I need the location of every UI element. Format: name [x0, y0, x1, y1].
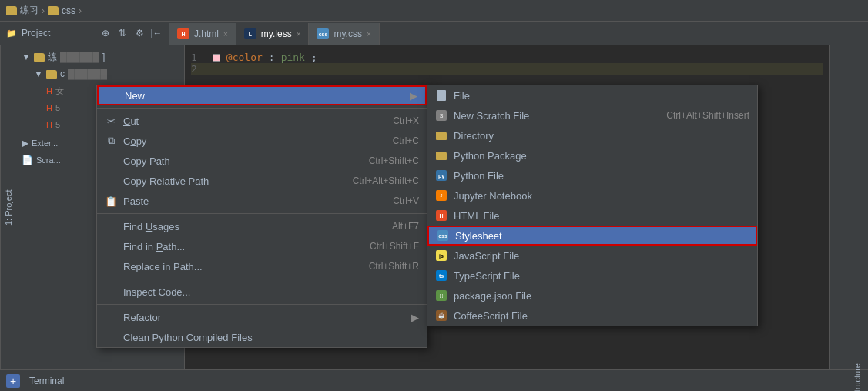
tab-label-myless: my.less — [261, 28, 292, 39]
ctx-sep-1 — [97, 108, 427, 109]
tree-blurred-css: ██████ — [68, 69, 107, 79]
ctx-shortcut-paste: Ctrl+V — [393, 196, 419, 206]
tree-label-file3: 5 — [55, 120, 60, 129]
ctx-item-find-path[interactable]: Find in Path... Ctrl+Shift+F — [97, 236, 427, 256]
ctx-sub-label-python-pkg: Python Package — [454, 150, 527, 162]
ctx-sub-label-file: File — [454, 90, 470, 102]
find-path-icon — [105, 240, 117, 252]
tab-close-mycss[interactable]: × — [367, 30, 371, 38]
tree-item-css[interactable]: ▼ c ██████ — [28, 65, 184, 82]
ctx-label-cut: Cut — [123, 115, 139, 127]
ctx-item-refactor[interactable]: Refactor ▶ — [97, 307, 427, 327]
vertical-project-label[interactable]: 1: Project — [0, 45, 15, 369]
ctx-sep-3 — [97, 279, 427, 279]
ctx-shortcut-copy: Ctrl+C — [393, 135, 419, 146]
directory-icon — [435, 129, 447, 142]
ctx-arrow-new: ▶ — [410, 90, 417, 102]
tab-close-jhtml[interactable]: × — [223, 30, 228, 38]
bottom-tab-terminal[interactable]: Terminal — [29, 376, 64, 386]
tab-jhtml[interactable]: H J.html × — [169, 23, 236, 45]
ctx-sub-json[interactable]: { } package.json File — [427, 286, 757, 306]
folder-icon-2 — [48, 6, 59, 15]
ctx-sub-label-stylesheet: Stylesheet — [455, 230, 502, 242]
ctx-label-find-usages: Find Usages — [123, 221, 179, 232]
jupyter-icon: J — [435, 189, 447, 202]
ctx-item-find-usages[interactable]: Find Usages Alt+F7 — [97, 216, 427, 236]
context-menu-right: File S New Scratch File Ctrl+Alt+Shift+I… — [427, 85, 758, 326]
ctx-sub-scratch[interactable]: S New Scratch File Ctrl+Alt+Shift+Insert — [427, 105, 757, 125]
ctx-item-copy-path[interactable]: Copy Path Ctrl+Shift+C — [97, 151, 427, 171]
ctx-item-paste[interactable]: 📋 Paste Ctrl+V — [97, 191, 427, 211]
ctx-item-cut[interactable]: ✂ Cut Ctrl+X — [97, 111, 427, 131]
ctx-item-replace-path[interactable]: Replace in Path... Ctrl+Shift+R — [97, 256, 427, 276]
tree-label-root: 练 — [48, 51, 57, 64]
sidebar-icon-4[interactable]: |← — [150, 27, 163, 39]
ctx-sub-coffee[interactable]: ☕ CoffeeScript File — [427, 306, 757, 326]
replace-path-icon — [105, 260, 117, 272]
sidebar-icon-3[interactable]: ⚙ — [133, 27, 146, 39]
breadcrumb: 练习 › css › — [0, 0, 868, 22]
code-colon: : — [269, 52, 275, 63]
ctx-item-new[interactable]: New ▶ — [97, 85, 427, 105]
code-value: pink — [281, 52, 305, 63]
ctx-sub-shortcut-scratch: Ctrl+Alt+Shift+Insert — [666, 110, 749, 121]
ctx-shortcut-copy-rel: Ctrl+Alt+Shift+C — [353, 175, 419, 186]
folder-icon — [6, 6, 17, 15]
ctx-sub-js[interactable]: js JavaScript File — [427, 246, 757, 266]
ctx-shortcut-find-usages: Alt+F7 — [392, 221, 419, 232]
ctx-sub-label-jupyter: Jupyter Notebook — [454, 190, 532, 202]
ctx-sub-stylesheet[interactable]: css Stylesheet — [427, 226, 757, 246]
ctx-sub-label-html: HTML File — [454, 210, 499, 222]
ctx-sub-python-file[interactable]: py Python File — [427, 165, 757, 185]
ctx-sub-label-directory: Directory — [454, 130, 494, 142]
context-menu-left: New ▶ ✂ Cut Ctrl+X ⧉ Copy Ctrl+C Copy Pa… — [96, 85, 427, 348]
copy-icon: ⧉ — [105, 135, 117, 147]
tab-label-mycss: my.css — [333, 28, 361, 39]
find-usages-icon — [105, 220, 117, 232]
ctx-sub-python-pkg[interactable]: Python Package — [427, 145, 757, 165]
ctx-sub-html[interactable]: H HTML File — [427, 206, 757, 226]
ctx-sub-ts[interactable]: ts TypeScript File — [427, 266, 757, 286]
js-icon: js — [435, 249, 447, 262]
json-icon: { } — [435, 289, 447, 302]
ctx-sub-file[interactable]: File — [427, 85, 757, 105]
coffee-icon: ☕ — [435, 309, 447, 322]
tree-folder-icon — [34, 53, 45, 62]
breadcrumb-sep-2: › — [79, 5, 82, 16]
ctx-sub-label-scratch: New Scratch File — [454, 110, 529, 122]
structure-label[interactable]: Structure — [853, 363, 862, 391]
ctx-sub-label-js: JavaScript File — [454, 250, 519, 262]
ctx-sub-label-json: package.json File — [454, 290, 531, 302]
ctx-item-clean[interactable]: Clean Python Compiled Files — [97, 327, 427, 347]
html-icon-file3: H — [46, 120, 52, 129]
tab-mycss[interactable]: css my.css × — [309, 23, 379, 45]
tree-item-root[interactable]: ▼ 练 ██████ ] — [15, 48, 184, 65]
ctx-sub-directory[interactable]: Directory — [427, 125, 757, 145]
paste-icon: 📋 — [105, 195, 117, 207]
ctx-shortcut-copy-path: Ctrl+Shift+C — [369, 155, 419, 166]
code-at-color: @color — [226, 52, 263, 63]
file-icon — [435, 89, 447, 102]
editor-line-1: 1 @color : pink ; — [191, 52, 823, 63]
chevron-icon: ▼ — [34, 69, 43, 79]
tab-close-myless[interactable]: × — [297, 30, 301, 38]
tab-myless[interactable]: L my.less × — [236, 23, 310, 45]
editor-line-2: 2 — [191, 63, 823, 75]
add-terminal-button[interactable]: + — [6, 374, 20, 388]
html-icon: H — [435, 209, 447, 222]
sidebar-icon-1[interactable]: ⊕ — [99, 27, 112, 39]
ctx-item-inspect[interactable]: Inspect Code... — [97, 282, 427, 302]
ctx-label-clean: Clean Python Compiled Files — [123, 332, 253, 343]
ctx-sub-jupyter[interactable]: J Jupyter Notebook — [427, 185, 757, 206]
scratch-icon: S — [435, 109, 447, 122]
tab-icon-less: L — [244, 28, 256, 39]
ctx-sep-2 — [97, 213, 427, 214]
ctx-item-copy[interactable]: ⧉ Copy Ctrl+C — [97, 131, 427, 151]
chevron-right-icon: ▶ — [22, 138, 28, 149]
ctx-item-copy-rel[interactable]: Copy Relative Path Ctrl+Alt+Shift+C — [97, 171, 427, 191]
code-semi: ; — [311, 52, 317, 63]
tab-label-jhtml: J.html — [194, 28, 219, 39]
html-icon-file2: H — [46, 103, 52, 112]
sidebar-icon-2[interactable]: ⇅ — [116, 27, 129, 39]
ctx-sub-label-ts: TypeScript File — [454, 270, 520, 282]
